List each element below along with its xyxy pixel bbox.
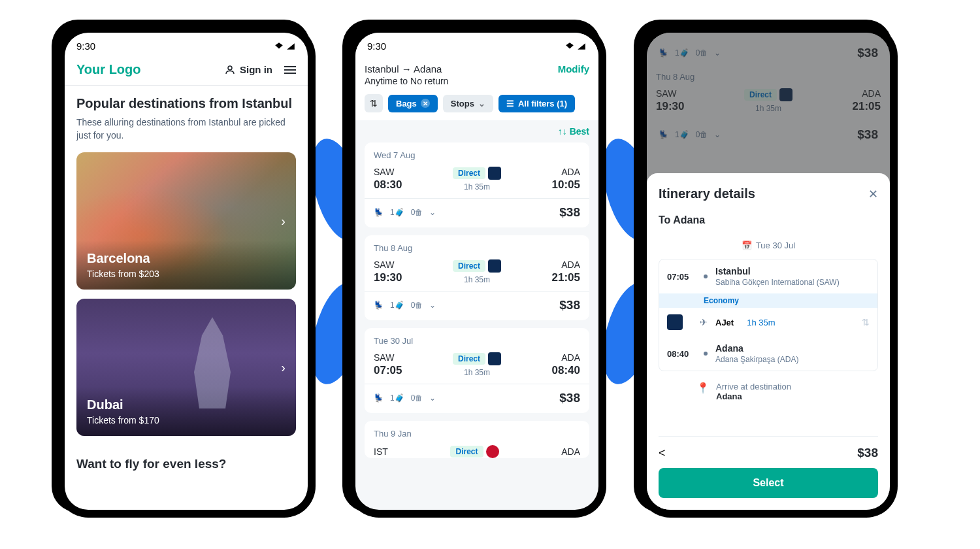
total-price: $38 [857,446,878,460]
filter-label: Bags [396,99,417,108]
flight-card[interactable]: Thu 9 Jan IST Direct ADA [365,421,589,458]
destination-price: Tickets from $203 [87,269,286,279]
sort-icon[interactable]: ⇅ [365,94,383,112]
depart-airport-name: Sabiha Gökçen International (SAW) [715,278,870,287]
arrive-airport-name: Adana Şakirpaşa (ADA) [715,355,870,364]
chevron-down-icon: ⌄ [478,99,485,108]
airline-logo [667,314,683,330]
depart-airport: SAW [374,259,402,270]
promo-heading: Want to fly for even less? [76,445,296,471]
destination-card-dubai[interactable]: Dubai Tickets from $170 › [76,299,296,436]
baggage-info[interactable]: 💺1🧳0🗑⌄ [374,301,436,310]
airline-logo [488,352,501,365]
signal-icon [576,42,587,51]
filter-label: Stops [451,99,474,108]
filter-label: All filters (1) [518,99,567,108]
destination-card-barcelona[interactable]: Barcelona Tickets from $203 › [76,152,296,290]
itinerary-date: 📅Tue 30 Jul [742,241,795,250]
direct-badge: Direct [453,167,485,179]
status-time: 9:30 [76,41,95,52]
arrive-airport: ADA [561,446,580,457]
sheet-title: Itinerary details [659,186,755,201]
flight-price: $38 [559,391,580,405]
svg-point-0 [228,66,232,70]
filter-stops[interactable]: Stops ⌄ [443,95,493,112]
sliders-icon: ☰ [506,99,514,108]
filter-all[interactable]: ☰ All filters (1) [498,95,575,112]
chevron-down-icon: ⌄ [429,301,436,310]
segment-duration: 1h 35m [747,318,775,327]
select-button[interactable]: Select [659,468,878,498]
phone-itinerary: 💺1🧳0🗑⌄ $38 Thu 8 Aug SAW19:30 Direct1h 3… [647,33,890,510]
close-icon[interactable]: ✕ [868,187,878,201]
chevron-down-icon: ⌄ [429,393,436,403]
carrier-row[interactable]: ✈ AJet 1h 35m ⇅ [659,308,877,337]
sort-button[interactable]: ↑↓ Best [558,126,589,137]
arrive-airport: ADA [552,167,580,177]
close-icon[interactable]: ✕ [421,99,430,108]
sort-label: Best [570,126,589,137]
destination-price: Tickets from $170 [87,415,286,425]
depart-time: 08:30 [374,178,402,191]
timeline-dot [704,352,708,356]
depart-airport: SAW [374,352,402,363]
plane-icon: ✈ [700,317,708,327]
flight-date: Tue 30 Jul [374,336,580,346]
arrive-label: Arrive at destination [716,382,791,391]
location-icon: 📍 [696,382,710,394]
status-bar: 9:30 [355,33,598,57]
status-time: 9:30 [367,41,386,52]
route-text: Istanbul → Adana [365,63,448,75]
filter-bags[interactable]: Bags ✕ [388,95,438,112]
calendar-icon: 📅 [742,241,752,250]
flight-date: Thu 8 Aug [374,243,580,253]
arrive-city: Adana [715,343,870,354]
depart-airport: IST [374,446,388,457]
flight-price: $38 [559,205,580,220]
arrive-time: 08:40 [552,364,580,377]
sign-in-button[interactable]: Sign in [224,64,272,76]
depart-time: 19:30 [374,271,402,284]
signal-icon [286,42,296,51]
seat-icon: 💺 [374,208,384,217]
fare-class: Economy [659,293,877,308]
destination-heading: To Adana [659,214,878,226]
destination-name: Barcelona [87,251,286,266]
airline-logo [488,167,501,180]
arrive-time: 10:05 [552,178,580,191]
page-subtitle: These alluring destinations from Istanbu… [76,116,296,142]
duration: 1h 35m [453,182,501,191]
itinerary-segment: 07:05 Istanbul Sabiha Gökçen Internation… [659,259,878,371]
flight-date: Thu 9 Jan [374,429,580,439]
logo[interactable]: Your Logo [76,62,141,77]
flight-date: Wed 7 Aug [374,150,580,160]
depart-city: Istanbul [715,266,870,276]
timeline-dot [704,274,708,278]
arrive-destination: Adana [716,391,791,401]
flight-card[interactable]: Thu 8 Aug SAW19:30 Direct1h 35m ADA21:05… [365,235,589,320]
menu-icon[interactable] [284,64,296,76]
flight-card[interactable]: Wed 7 Aug SAW08:30 Direct1h 35m ADA10:05… [365,142,589,227]
carrier-name: AJet [715,318,734,327]
status-icons [564,42,587,51]
airline-logo [486,445,499,458]
arrive-time: 21:05 [552,271,580,284]
modify-button[interactable]: Modify [558,63,589,75]
route-dates: Anytime to No return [365,76,448,86]
share-icon[interactable]: < [659,446,666,460]
chevron-right-icon: › [281,214,286,229]
expand-icon[interactable]: ⇅ [862,317,870,327]
phone-results: 9:30 Istanbul → Adana Anytime to No retu… [355,33,598,510]
flight-price: $38 [559,298,580,312]
status-icons [274,42,296,51]
baggage-info[interactable]: 💺1🧳0🗑⌄ [374,208,436,217]
direct-badge: Direct [450,446,483,458]
user-icon [224,64,236,76]
phone-home: 9:30 Your Logo Sign in Popular destinati [65,33,308,510]
arrive-airport: ADA [552,352,580,363]
search-header: Istanbul → Adana Anytime to No return Mo… [355,57,598,120]
flight-card[interactable]: Tue 30 Jul SAW07:05 Direct1h 35m ADA08:4… [365,328,589,413]
airline-logo [488,259,501,273]
baggage-info[interactable]: 💺1🧳0🗑⌄ [374,393,436,403]
chevron-right-icon: › [281,360,286,375]
